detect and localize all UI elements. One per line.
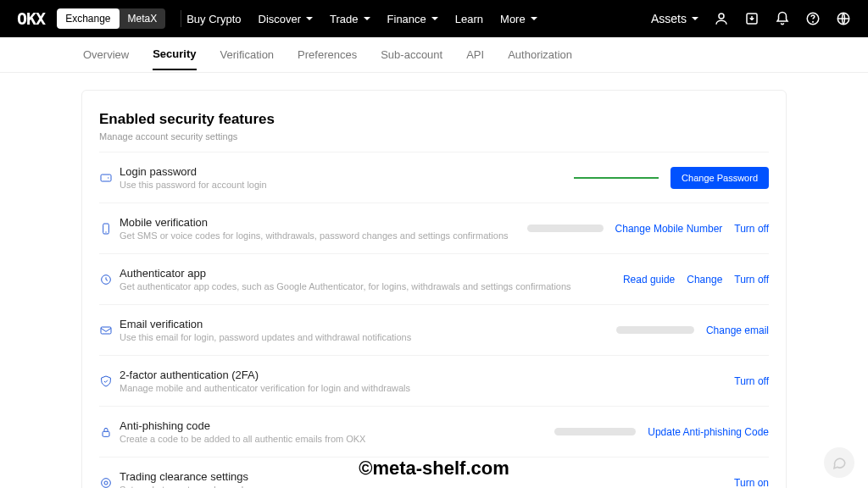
row-title: Anti-phishing code [120,419,554,432]
mobile-icon [99,222,120,236]
turn-off-authenticator-link[interactable]: Turn off [734,274,769,286]
tab-verification[interactable]: Verification [220,40,275,69]
download-icon[interactable] [744,11,760,26]
nav-link-more[interactable]: More [500,13,537,25]
svg-rect-9 [103,431,109,436]
row-title: Authenticator app [120,267,623,280]
logo[interactable]: OKX [17,8,45,29]
row-title: Trading clearance settings [120,470,734,483]
row-email-verification: Email verification Use this email for lo… [99,304,769,355]
svg-point-0 [719,14,724,19]
row-desc: Manage mobile and authenticator verifica… [120,383,734,393]
change-password-button[interactable]: Change Password [670,167,769,189]
tab-authorization[interactable]: Authorization [508,40,572,69]
tab-api[interactable]: API [466,40,484,69]
row-desc: Create a code to be added to all authent… [120,434,554,444]
chat-bubble-icon[interactable] [824,447,854,478]
masked-value [554,428,636,435]
row-anti-phishing: Anti-phishing code Create a code to be a… [99,406,769,457]
password-icon [99,171,120,185]
read-guide-link[interactable]: Read guide [623,274,675,286]
nav-link-finance[interactable]: Finance [387,13,438,25]
tab-overview[interactable]: Overview [83,40,129,69]
row-desc: Use this email for login, password updat… [120,332,616,342]
row-2fa: 2-factor authentication (2FA) Manage mob… [99,355,769,406]
tab-preferences[interactable]: Preferences [298,40,357,69]
row-title: Mobile verification [120,216,527,229]
settings-icon [99,476,120,489]
chevron-down-icon [364,17,370,20]
row-desc: Get SMS or voice codes for logins, withd… [120,230,527,241]
assets-dropdown[interactable]: Assets [651,12,698,25]
bell-icon[interactable] [775,11,790,26]
nav-link-discover[interactable]: Discover [259,13,314,25]
lock-icon [99,425,120,439]
mode-exchange[interactable]: Exchange [57,8,119,29]
row-desc: Get authenticator app codes, such as Goo… [120,281,623,291]
mode-metax[interactable]: MetaX [120,8,166,29]
shield-icon [99,374,120,388]
svg-rect-8 [101,327,111,334]
email-icon [99,324,120,337]
chevron-down-icon [692,17,698,20]
turn-off-mobile-link[interactable]: Turn off [734,223,769,235]
chevron-down-icon [531,17,537,20]
help-icon[interactable] [805,11,821,26]
globe-icon[interactable] [836,11,851,26]
masked-value [527,225,604,232]
update-antiphishing-link[interactable]: Update Anti-phishing Code [648,426,769,438]
change-mobile-link[interactable]: Change Mobile Number [615,223,723,235]
svg-point-11 [102,478,111,487]
tab-sub-account[interactable]: Sub-account [381,40,442,69]
row-title: 2-factor authentication (2FA) [120,369,734,381]
authenticator-icon [99,273,120,286]
nav-link-learn[interactable]: Learn [455,13,483,25]
change-authenticator-link[interactable]: Change [687,274,722,286]
mode-toggle: Exchange MetaX [57,8,165,29]
chevron-down-icon [306,17,313,20]
user-icon[interactable] [714,11,729,26]
tab-security[interactable]: Security [153,39,196,70]
row-trading-clearance: Trading clearance settings Set market, c… [99,457,769,488]
chevron-down-icon [431,17,438,20]
row-login-password: Login password Use this password for acc… [99,152,769,202]
card-title: Enabled security features [99,111,769,128]
row-title: Email verification [120,318,616,330]
masked-value [616,326,694,334]
card-subtitle: Manage account security settings [99,131,769,141]
password-strength-bar [574,177,659,179]
svg-point-10 [104,481,108,485]
row-desc: Set market, crypto, and max. leverage [120,485,734,488]
nav-separator [181,10,181,27]
change-email-link[interactable]: Change email [706,324,769,336]
row-authenticator: Authenticator app Get authenticator app … [99,253,769,304]
svg-point-3 [813,21,814,22]
row-mobile-verification: Mobile verification Get SMS or voice cod… [99,202,769,253]
turn-off-2fa-link[interactable]: Turn off [734,375,769,387]
nav-link-buy-crypto[interactable]: Buy Crypto [186,13,241,25]
nav-link-trade[interactable]: Trade [330,13,370,25]
svg-rect-5 [101,175,111,181]
turn-on-trading-link[interactable]: Turn on [734,477,769,489]
row-title: Login password [120,165,574,178]
row-desc: Use this password for account login [120,180,574,190]
